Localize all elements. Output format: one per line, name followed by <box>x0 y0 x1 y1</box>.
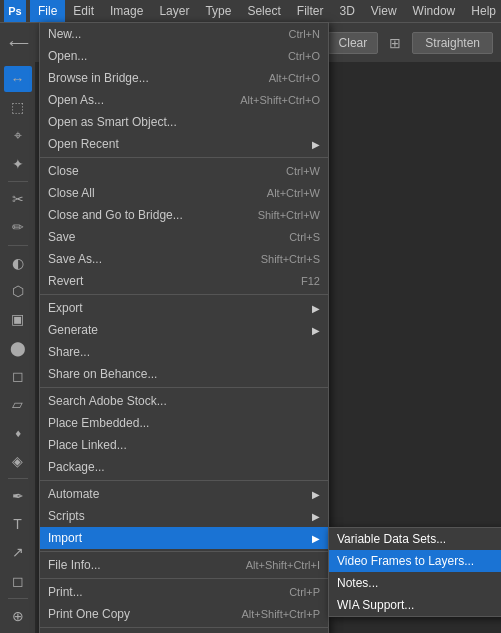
menu-export[interactable]: Export ▶ <box>40 297 328 319</box>
menu-new[interactable]: New... Ctrl+N <box>40 23 328 45</box>
menu-open-as[interactable]: Open As... Alt+Shift+Ctrl+O <box>40 89 328 111</box>
tool-magic-wand[interactable]: ✦ <box>4 151 32 177</box>
tool-brush[interactable]: ⬡ <box>4 278 32 304</box>
tool-zoom[interactable]: ⊕ <box>4 603 32 629</box>
tool-type[interactable]: T <box>4 511 32 537</box>
menu-image[interactable]: Image <box>102 0 151 22</box>
tool-healing[interactable]: ◐ <box>4 250 32 276</box>
menu-view[interactable]: View <box>363 0 405 22</box>
menu-filter[interactable]: Filter <box>289 0 332 22</box>
ps-logo: Ps <box>4 0 26 22</box>
separator-7 <box>40 627 328 628</box>
grid-icon: ⊞ <box>384 32 406 54</box>
tool-eraser[interactable]: ◻ <box>4 363 32 389</box>
tool-eyedropper[interactable]: ✏ <box>4 214 32 240</box>
sidebar-divider-1 <box>8 181 28 182</box>
tool-shape[interactable]: ◻ <box>4 568 32 594</box>
tool-crop[interactable]: ✂ <box>4 186 32 212</box>
separator-4 <box>40 480 328 481</box>
separator-2 <box>40 294 328 295</box>
menu-place-linked[interactable]: Place Linked... <box>40 434 328 456</box>
file-menu-panel: New... Ctrl+N Open... Ctrl+O Browse in B… <box>39 22 329 633</box>
menu-revert[interactable]: Revert F12 <box>40 270 328 292</box>
tool-blur[interactable]: ⬧ <box>4 419 32 445</box>
straighten-button[interactable]: Straighten <box>412 32 493 54</box>
tool-gradient[interactable]: ▱ <box>4 391 32 417</box>
submenu-wia[interactable]: WIA Support... <box>329 594 501 616</box>
menu-bar: Ps File Edit Image Layer Type Select Fil… <box>0 0 501 22</box>
menu-generate[interactable]: Generate ▶ <box>40 319 328 341</box>
menu-close-bridge[interactable]: Close and Go to Bridge... Shift+Ctrl+W <box>40 204 328 226</box>
menu-browse-bridge[interactable]: Browse in Bridge... Alt+Ctrl+O <box>40 67 328 89</box>
menu-share[interactable]: Share... <box>40 341 328 363</box>
tool-clone[interactable]: ▣ <box>4 306 32 332</box>
tool-history[interactable]: ⬤ <box>4 334 32 360</box>
menu-close[interactable]: Close Ctrl+W <box>40 160 328 182</box>
tool-marquee[interactable]: ⬚ <box>4 94 32 120</box>
menu-3d[interactable]: 3D <box>331 0 362 22</box>
menu-help[interactable]: Help <box>463 0 501 22</box>
menu-save-as[interactable]: Save As... Shift+Ctrl+S <box>40 248 328 270</box>
menu-window[interactable]: Window <box>405 0 464 22</box>
menu-print[interactable]: Print... Ctrl+P <box>40 581 328 603</box>
menu-share-behance[interactable]: Share on Behance... <box>40 363 328 385</box>
submenu-notes[interactable]: Notes... <box>329 572 501 594</box>
menu-automate[interactable]: Automate ▶ <box>40 483 328 505</box>
separator-5 <box>40 551 328 552</box>
menu-close-all[interactable]: Close All Alt+Ctrl+W <box>40 182 328 204</box>
tool-lasso[interactable]: ⌖ <box>4 123 32 149</box>
left-sidebar: ↔ ⬚ ⌖ ✦ ✂ ✏ ◐ ⬡ ▣ ⬤ ◻ ▱ ⬧ ◈ ✒ T ↗ ◻ ⊕ <box>0 62 36 633</box>
menu-package[interactable]: Package... <box>40 456 328 478</box>
menu-edit[interactable]: Edit <box>65 0 102 22</box>
submenu-video-frames[interactable]: Video Frames to Layers... ↖ <box>329 550 501 572</box>
tool-path-select[interactable]: ↗ <box>4 539 32 565</box>
menu-open-smart[interactable]: Open as Smart Object... <box>40 111 328 133</box>
separator-1 <box>40 157 328 158</box>
menu-place-embedded[interactable]: Place Embedded... <box>40 412 328 434</box>
clear-button[interactable]: Clear <box>328 32 379 54</box>
separator-3 <box>40 387 328 388</box>
submenu-variable-data[interactable]: Variable Data Sets... <box>329 528 501 550</box>
tool-icon: ⟵ <box>8 32 30 54</box>
menu-file-info[interactable]: File Info... Alt+Shift+Ctrl+I <box>40 554 328 576</box>
menu-select[interactable]: Select <box>239 0 288 22</box>
import-submenu: Variable Data Sets... Video Frames to La… <box>328 527 501 617</box>
separator-6 <box>40 578 328 579</box>
tool-pen[interactable]: ✒ <box>4 483 32 509</box>
menu-search-stock[interactable]: Search Adobe Stock... <box>40 390 328 412</box>
menu-layer[interactable]: Layer <box>151 0 197 22</box>
menu-open[interactable]: Open... Ctrl+O <box>40 45 328 67</box>
menu-save[interactable]: Save Ctrl+S <box>40 226 328 248</box>
tool-move[interactable]: ↔ <box>4 66 32 92</box>
sidebar-divider-3 <box>8 478 28 479</box>
menu-open-recent[interactable]: Open Recent ▶ <box>40 133 328 155</box>
tool-dodge[interactable]: ◈ <box>4 448 32 474</box>
menu-scripts[interactable]: Scripts ▶ <box>40 505 328 527</box>
menu-file[interactable]: File <box>30 0 65 22</box>
menu-type[interactable]: Type <box>197 0 239 22</box>
menu-import[interactable]: Import ▶ Variable Data Sets... Video Fra… <box>40 527 328 549</box>
sidebar-divider-2 <box>8 245 28 246</box>
menu-print-one[interactable]: Print One Copy Alt+Shift+Ctrl+P <box>40 603 328 625</box>
sidebar-divider-4 <box>8 598 28 599</box>
